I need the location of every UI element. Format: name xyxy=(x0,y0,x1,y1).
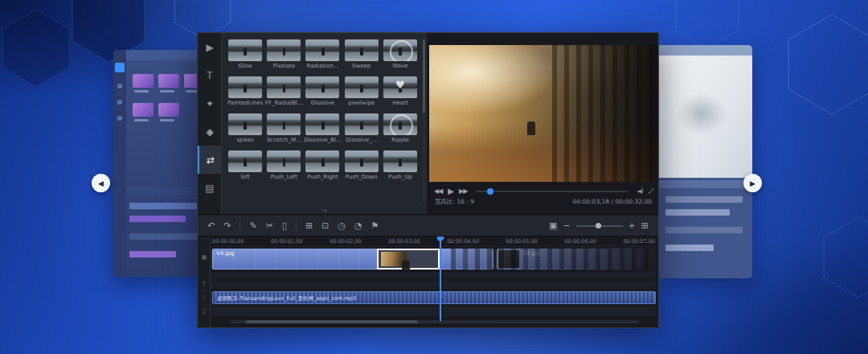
ghost-toolbar xyxy=(126,187,207,195)
sidebar-tab-elements[interactable]: ◆ xyxy=(198,117,222,146)
transition-item[interactable]: Wave xyxy=(381,39,420,76)
selected-clip[interactable] xyxy=(377,249,440,270)
ruler-tick-label: 00:00:01,00 xyxy=(271,238,303,245)
transition-label: Push_Left xyxy=(271,174,297,180)
video-track-icon[interactable]: ▦ xyxy=(198,254,211,261)
transition-item[interactable]: spikes xyxy=(226,113,264,150)
music-track-icon[interactable]: ♫ xyxy=(198,308,211,315)
media-icon: ▶ xyxy=(206,42,213,53)
transition-label: Dissolve_... xyxy=(346,137,377,143)
toolbar-divider xyxy=(240,221,240,231)
audio-clip-label: 超级配乐-TransandingLove_Full_爱给网_aigei_com.… xyxy=(217,295,356,303)
playback-controls: ◀◀ ▶ ▶▶ ◄) ⤢ xyxy=(434,185,653,197)
timeline-ruler[interactable]: 00:00:00,00 00:00:01,00 00:00:02,00 00:0… xyxy=(211,237,657,247)
transition-item[interactable]: Ripple xyxy=(381,113,420,150)
next-frame-icon[interactable]: ▶▶ xyxy=(459,187,467,195)
transition-item[interactable]: FF_RadialBl... xyxy=(264,76,303,113)
transition-item[interactable]: Dissolve xyxy=(303,76,342,113)
zoom-out-icon[interactable]: − xyxy=(563,221,570,230)
volume-icon[interactable]: ◄) xyxy=(637,187,642,195)
transition-thumbnail xyxy=(305,76,339,98)
transition-item[interactable]: Push_Right xyxy=(303,150,342,187)
transition-item[interactable]: Sweep xyxy=(342,39,381,76)
redo-icon[interactable]: ↷ xyxy=(223,221,231,230)
video-clip-58[interactable]: 58.jpg xyxy=(497,249,656,270)
timeline-scrollbar[interactable] xyxy=(246,320,418,323)
overlay-track xyxy=(211,272,656,278)
ruler-tick-label: 00:00:07,00 xyxy=(623,238,655,245)
audio-track-icon[interactable]: ♪ xyxy=(198,294,211,301)
ghost-rail-icon xyxy=(117,84,122,88)
transition-item[interactable]: Push_Up xyxy=(381,150,420,187)
transition-thumbnail xyxy=(345,39,379,61)
preview-panel: ◀◀ ▶ ▶▶ ◄) ⤢ 宽高比: 16 : 9 00:00:03,18 / 0… xyxy=(428,33,658,214)
audio-clip[interactable]: 超级配乐-TransandingLove_Full_爱给网_aigei_com.… xyxy=(212,291,656,304)
transition-thumbnail xyxy=(228,76,262,98)
crop-icon[interactable]: ⊞ xyxy=(305,221,313,230)
sidebar-tab-media[interactable]: ▶ xyxy=(198,33,222,61)
ghost-clip xyxy=(665,196,743,203)
seek-handle[interactable] xyxy=(487,188,493,195)
zoom-slider-handle[interactable] xyxy=(596,223,601,228)
play-icon[interactable]: ▶ xyxy=(448,187,453,196)
playhead[interactable] xyxy=(440,237,441,321)
ghost-thumbnail xyxy=(133,74,154,88)
previous-slide-button[interactable]: ◀ xyxy=(92,174,110,192)
edit-icon[interactable]: ✎ xyxy=(249,221,256,230)
pip-icon[interactable]: ⊡ xyxy=(321,221,329,230)
transition-item[interactable]: Pixelate xyxy=(264,39,303,76)
transition-item[interactable]: Dissolve_... xyxy=(342,113,381,150)
sidebar-tab-transitions[interactable]: ⇄ xyxy=(198,146,222,174)
transition-item[interactable]: Radiation... xyxy=(303,39,342,76)
video-preview[interactable] xyxy=(429,45,657,182)
ghost-header xyxy=(126,50,207,60)
undo-icon[interactable]: ↶ xyxy=(207,221,215,230)
zoom-slider[interactable] xyxy=(576,225,623,227)
transition-item[interactable]: Scratch_M... xyxy=(264,113,303,150)
transition-thumbnail xyxy=(383,113,417,135)
marker-icon[interactable]: ⚑ xyxy=(371,221,379,230)
sidebar-tab-export[interactable]: ▤ xyxy=(198,174,222,202)
export-icon: ▤ xyxy=(205,183,214,194)
zoom-fit-icon[interactable]: ⊞ xyxy=(641,221,649,230)
ruler-tick-label: 00:00:04,00 xyxy=(447,238,479,245)
transition-item[interactable]: pixelwipe xyxy=(342,76,381,113)
sidebar-tab-effects[interactable]: ✦ xyxy=(198,89,222,117)
transition-thumbnail xyxy=(305,39,339,61)
music-track xyxy=(211,307,656,316)
transition-item[interactable]: Sift xyxy=(226,150,264,187)
transition-item[interactable]: PaintedLines xyxy=(226,76,264,113)
transition-item[interactable]: Dissolve_Bl... xyxy=(303,113,342,150)
transition-thumbnail xyxy=(228,113,262,135)
transition-item[interactable]: Push_Down xyxy=(342,150,381,187)
zoom-in-icon[interactable]: + xyxy=(628,221,636,230)
render-preview-icon[interactable]: ▣ xyxy=(549,221,557,230)
transition-label: Radiation... xyxy=(307,63,339,69)
duration-icon[interactable]: ◷ xyxy=(338,221,346,230)
transition-item[interactable]: Heart xyxy=(381,76,420,113)
grid-scrollbar[interactable] xyxy=(423,39,425,113)
video-clip-v4[interactable]: V4.jpg xyxy=(212,249,493,270)
transition-thumbnail xyxy=(228,150,262,172)
transition-label: Dissolve_Bl... xyxy=(304,137,341,143)
sidebar-tab-titles[interactable]: T xyxy=(198,61,222,89)
timeline-toolbar: ↶ ↷ ✎ ✂ ▯ ⊞ ⊡ ◷ ◔ ⚑ ▣ − + ⊞ xyxy=(198,216,658,237)
transition-item[interactable]: Glow xyxy=(226,39,264,76)
ghost-toolbar xyxy=(659,180,752,188)
ghost-clip xyxy=(665,209,730,216)
cut-icon[interactable]: ✂ xyxy=(266,221,273,230)
scroll-more-chevron-icon[interactable]: ⌄ xyxy=(223,205,428,213)
aspect-ratio-label: 宽高比: 16 : 9 xyxy=(435,198,474,206)
transition-label: spikes xyxy=(236,137,254,143)
next-slide-button[interactable]: ▶ xyxy=(743,174,762,192)
fullscreen-icon[interactable]: ⤢ xyxy=(649,187,653,196)
speed-icon[interactable]: ◔ xyxy=(354,221,362,230)
seek-bar[interactable] xyxy=(476,191,628,192)
library-panel: ▶ T ✦ ◆ ⇄ ▤ Glow Pixelate Radiation... S… xyxy=(198,33,428,214)
previous-frame-icon[interactable]: ◀◀ xyxy=(434,187,442,195)
background-window-right xyxy=(659,45,752,278)
transition-item[interactable]: Push_Left xyxy=(264,150,303,187)
delete-icon[interactable]: ▯ xyxy=(282,221,287,230)
transition-label: Sweep xyxy=(352,63,371,69)
text-track-icon[interactable]: T xyxy=(198,281,211,287)
